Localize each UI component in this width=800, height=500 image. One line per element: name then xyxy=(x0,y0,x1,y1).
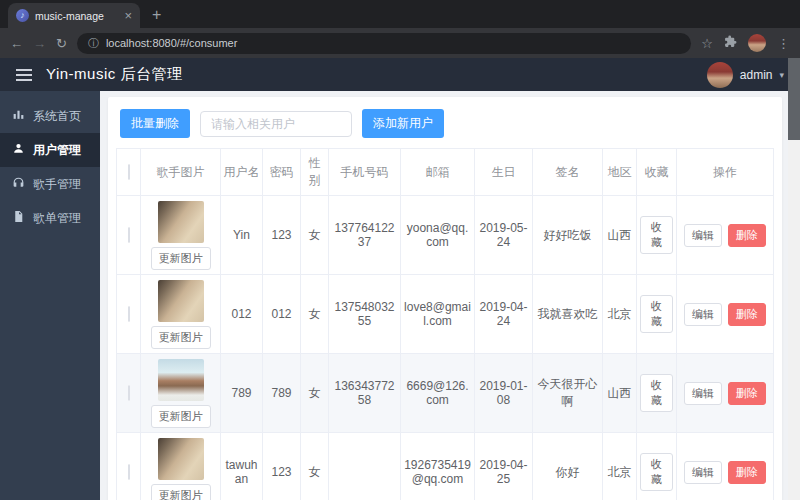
update-image-button[interactable]: 更新图片 xyxy=(151,405,211,428)
user-avatar xyxy=(707,62,733,88)
cell-birthday: 2019-04-24 xyxy=(475,275,533,354)
cell-username: 012 xyxy=(221,275,263,354)
table-header-row: 歌手图片 用户名 密码 性别 手机号码 邮箱 生日 签名 地区 收藏 操作 xyxy=(117,149,774,196)
collect-button[interactable]: 收藏 xyxy=(640,453,673,491)
page-scrollbar[interactable] xyxy=(788,58,800,500)
select-all-checkbox[interactable] xyxy=(128,164,130,180)
delete-button[interactable]: 删除 xyxy=(728,382,766,405)
add-user-button[interactable]: 添加新用户 xyxy=(362,109,444,138)
batch-delete-button[interactable]: 批量删除 xyxy=(120,109,190,138)
cell-password: 012 xyxy=(263,275,301,354)
update-image-button[interactable]: 更新图片 xyxy=(151,247,211,270)
cell-gender: 女 xyxy=(301,433,329,500)
tab-close-icon[interactable]: × xyxy=(124,8,132,23)
row-checkbox[interactable] xyxy=(128,385,130,401)
table-row: 更新图片 789 789 女 13634377258 6669@126.com … xyxy=(117,354,774,433)
browser-tab-strip: ♪ music-manage × + xyxy=(0,0,800,28)
sidebar-item-users[interactable]: 用户管理 xyxy=(0,133,100,167)
user-image xyxy=(158,359,204,401)
new-tab-button[interactable]: + xyxy=(152,6,161,24)
edit-button[interactable]: 编辑 xyxy=(684,303,722,326)
collect-button[interactable]: 收藏 xyxy=(640,374,673,412)
cell-username: 789 xyxy=(221,354,263,433)
sidebar-item-label: 系统首页 xyxy=(33,108,81,125)
user-image xyxy=(158,438,204,480)
cell-email: love8@gmail.com xyxy=(401,275,475,354)
edit-button[interactable]: 编辑 xyxy=(684,224,722,247)
edit-button[interactable]: 编辑 xyxy=(684,382,722,405)
page-title: Yin-music 后台管理 xyxy=(46,65,182,84)
cell-signature: 我就喜欢吃 xyxy=(533,275,603,354)
back-icon[interactable]: ← xyxy=(10,36,23,51)
cell-phone xyxy=(329,433,401,500)
cell-gender: 女 xyxy=(301,196,329,275)
cell-email: 6669@126.com xyxy=(401,354,475,433)
col-header: 操作 xyxy=(677,149,774,196)
sidebar: 系统首页 用户管理 歌手管理 歌单管理 xyxy=(0,91,100,500)
collect-button[interactable]: 收藏 xyxy=(640,216,673,254)
delete-button[interactable]: 删除 xyxy=(728,461,766,484)
delete-button[interactable]: 删除 xyxy=(728,303,766,326)
cell-region: 山西 xyxy=(603,196,637,275)
scrollbar-thumb[interactable] xyxy=(788,58,800,140)
col-header: 密码 xyxy=(263,149,301,196)
cell-phone: 13754803255 xyxy=(329,275,401,354)
hamburger-icon[interactable] xyxy=(16,66,32,84)
edit-button[interactable]: 编辑 xyxy=(684,461,722,484)
sidebar-item-home[interactable]: 系统首页 xyxy=(0,99,100,133)
extensions-icon[interactable] xyxy=(724,35,737,51)
cell-password: 789 xyxy=(263,354,301,433)
row-checkbox[interactable] xyxy=(128,227,130,243)
document-icon xyxy=(12,210,25,226)
tab-title: music-manage xyxy=(35,10,118,22)
screen: ♪ music-manage × + ← → ↻ ⓘ localhost:808… xyxy=(0,0,800,500)
browser-toolbar: ← → ↻ ⓘ localhost:8080/#/consumer ☆ ⋮ xyxy=(0,28,800,58)
col-header: 邮箱 xyxy=(401,149,475,196)
user-menu[interactable]: admin ▾ xyxy=(707,62,784,88)
col-header: 签名 xyxy=(533,149,603,196)
row-checkbox[interactable] xyxy=(128,306,130,322)
cell-phone: 13634377258 xyxy=(329,354,401,433)
browser-tab[interactable]: ♪ music-manage × xyxy=(8,3,140,28)
delete-button[interactable]: 删除 xyxy=(728,224,766,247)
browser-menu-icon[interactable]: ⋮ xyxy=(777,36,790,51)
search-input[interactable] xyxy=(200,111,352,137)
main-content: 批量删除 添加新用户 歌手图片 用户名 xyxy=(100,91,800,500)
cell-email: yoona@qq.com xyxy=(401,196,475,275)
col-header: 手机号码 xyxy=(329,149,401,196)
cell-gender: 女 xyxy=(301,354,329,433)
cell-signature: 今天很开心啊 xyxy=(533,354,603,433)
sidebar-item-singers[interactable]: 歌手管理 xyxy=(0,167,100,201)
users-table: 歌手图片 用户名 密码 性别 手机号码 邮箱 生日 签名 地区 收藏 操作 xyxy=(116,148,774,500)
user-icon xyxy=(12,142,25,158)
cell-birthday: 2019-04-25 xyxy=(475,433,533,500)
table-row: 更新图片 Yin 123 女 13776412237 yoona@qq.com … xyxy=(117,196,774,275)
sidebar-item-label: 歌单管理 xyxy=(33,210,81,227)
sidebar-item-label: 用户管理 xyxy=(33,142,81,159)
bar-chart-icon xyxy=(12,108,25,124)
collect-button[interactable]: 收藏 xyxy=(640,295,673,333)
update-image-button[interactable]: 更新图片 xyxy=(151,326,211,349)
col-header: 性别 xyxy=(301,149,329,196)
reload-icon[interactable]: ↻ xyxy=(56,36,67,51)
cell-password: 123 xyxy=(263,433,301,500)
address-bar[interactable]: ⓘ localhost:8080/#/consumer xyxy=(77,33,691,54)
site-info-icon[interactable]: ⓘ xyxy=(88,36,99,51)
row-checkbox[interactable] xyxy=(128,464,130,480)
sidebar-item-playlists[interactable]: 歌单管理 xyxy=(0,201,100,235)
update-image-button[interactable]: 更新图片 xyxy=(151,484,211,500)
cell-phone: 13776412237 xyxy=(329,196,401,275)
browser-profile-avatar[interactable] xyxy=(748,34,766,52)
cell-username: tawuhan xyxy=(221,433,263,500)
cell-email: 1926735419@qq.com xyxy=(401,433,475,500)
table-toolbar: 批量删除 添加新用户 xyxy=(120,109,774,138)
sidebar-item-label: 歌手管理 xyxy=(33,176,81,193)
user-image xyxy=(158,201,204,243)
app-header: Yin-music 后台管理 admin ▾ xyxy=(0,58,800,91)
bookmark-star-icon[interactable]: ☆ xyxy=(701,36,713,51)
forward-icon[interactable]: → xyxy=(33,36,46,51)
cell-birthday: 2019-05-24 xyxy=(475,196,533,275)
col-header: 歌手图片 xyxy=(141,149,221,196)
cell-region: 北京 xyxy=(603,275,637,354)
cell-birthday: 2019-01-08 xyxy=(475,354,533,433)
